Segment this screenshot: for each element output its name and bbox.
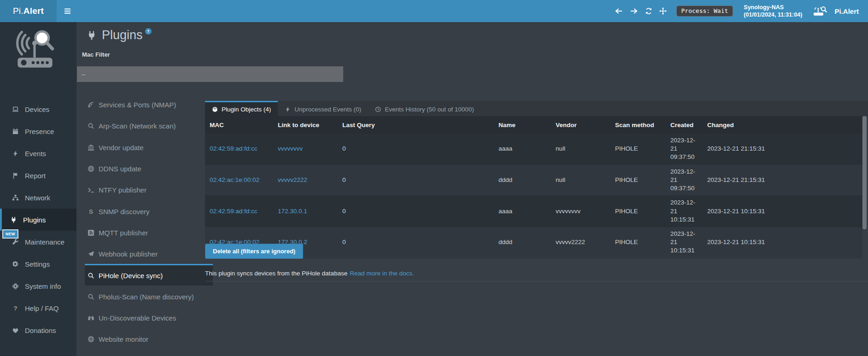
cell-link: 172.30.0.1 — [273, 196, 338, 227]
sidebar-item-label: Donations — [25, 327, 56, 334]
nav-back-icon[interactable] — [615, 7, 623, 15]
cell-vendor: null — [551, 164, 610, 196]
cell-mac: 02:42:59:ad:fd:cc — [205, 196, 273, 227]
sidebar-item-label: Events — [25, 150, 46, 158]
nav-refresh-icon[interactable] — [645, 7, 652, 15]
plug-icon — [87, 30, 97, 41]
help-badge[interactable]: ? — [145, 28, 152, 35]
cell-changed: 2023-12-21 21:15:31 — [703, 164, 862, 196]
cell-last-query: 0 — [338, 227, 494, 258]
globe-icon — [88, 336, 94, 343]
sidebar-item-devices[interactable]: Devices — [0, 98, 76, 120]
table-row: 02:42:59:ad:fd:cc 172.30.0.1 0 aaaa vvvv… — [205, 196, 862, 227]
sidebar-menu: Devices Presence Events Report Network P… — [0, 98, 76, 341]
search-icon — [88, 293, 94, 300]
col-header-link[interactable]: Link to device — [273, 116, 338, 134]
plugin-nav-item-website-monitor[interactable]: Website monitor — [85, 328, 213, 349]
plugin-nav-label: Pholus-Scan (Name discovery) — [99, 293, 194, 301]
sidebar-item-help-faq[interactable]: ?Help / FAQ — [0, 297, 76, 319]
navbar-right: Process: Wait Synology-NAS (01/01/2024, … — [615, 0, 868, 22]
device-link[interactable]: 172.30.0.1 — [278, 208, 307, 215]
plugin-nav-label: Arp-Scan (Network scan) — [99, 122, 176, 130]
brand-logo[interactable]: Pi.Alert — [0, 0, 57, 22]
plugin-nav-item-ddns-update[interactable]: DDNS update — [85, 158, 213, 179]
sidebar-item-system-info[interactable]: System info — [0, 275, 76, 297]
sidebar-item-donations[interactable]: Donations — [0, 319, 76, 341]
plugin-nav-item-webhook-publisher[interactable]: Webhook publisher — [85, 243, 213, 264]
tab-unprocessed-events[interactable]: Unprocessed Events (0) — [278, 101, 368, 116]
plugin-nav-item-snmp-discovery[interactable]: SSNMP discovery — [85, 200, 213, 221]
col-header-vendor[interactable]: Vendor — [551, 116, 610, 134]
table-scrollbar[interactable] — [862, 116, 867, 229]
col-header-last-query[interactable]: Last Query — [338, 116, 494, 134]
main-content: Plugins ? Mac Filter Services & Ports (N… — [76, 22, 868, 356]
host-time: (01/01/2024, 11:31:04) — [744, 11, 802, 18]
plugin-nav-item-undiscoverable-devices[interactable]: Un-Discoverable Devices — [85, 307, 213, 328]
plug-icon — [10, 216, 17, 223]
col-header-name[interactable]: Name — [494, 116, 551, 134]
terminal-icon — [88, 187, 94, 193]
tab-plugin-objects[interactable]: Plugin Objects (4) — [205, 101, 278, 116]
sidebar-item-presence[interactable]: Presence — [0, 120, 76, 142]
plugin-nav-item-arp-scan[interactable]: Arp-Scan (Network scan) — [85, 115, 213, 136]
sidebar-item-events[interactable]: Events — [0, 142, 76, 164]
col-header-scan-method[interactable]: Scan method — [610, 116, 666, 134]
calendar-icon — [12, 128, 19, 135]
search-icon — [88, 272, 94, 279]
plugin-nav-label: Un-Discoverable Devices — [99, 314, 176, 322]
svg-text:S: S — [89, 208, 93, 215]
docs-link[interactable]: Read more in the docs. — [350, 270, 414, 277]
gear-icon — [12, 261, 19, 268]
device-link[interactable]: vvvvv2222 — [278, 176, 307, 183]
cell-last-query: 0 — [338, 196, 494, 227]
plugin-nav-item-services-ports[interactable]: Services & Ports (NMAP) — [85, 93, 213, 115]
sidebar-item-settings[interactable]: Settings — [0, 253, 76, 275]
nav-forward-icon[interactable] — [630, 7, 638, 15]
cell-created: 2023-12-21 10:15:31 — [666, 227, 703, 258]
col-header-changed[interactable]: Changed — [703, 116, 862, 134]
cell-vendor: vvvvv2222 — [551, 227, 610, 258]
sidebar-item-network[interactable]: Network — [0, 187, 76, 209]
tab-label: Events History (50 out of 10000) — [385, 106, 474, 113]
mac-link[interactable]: 02:42:59:ad:fd:cc — [210, 208, 258, 215]
rss-square-icon — [88, 229, 94, 236]
cell-scan-method: PIHOLE — [610, 164, 666, 196]
sidebar-item-label: Plugins — [23, 216, 46, 224]
sidebar: Devices Presence Events Report Network P… — [0, 22, 76, 356]
hamburger-icon — [64, 8, 71, 14]
host-info: Synology-NAS (01/01/2024, 11:31:04) — [744, 4, 802, 19]
cell-mac: 02:42:ac:1e:00:02 — [205, 164, 273, 196]
mac-link[interactable]: 02:42:ac:1e:00:02 — [210, 176, 259, 183]
plugin-nav-item-ntfy-publisher[interactable]: NTFY publisher — [85, 179, 213, 200]
page-header: Plugins ? — [87, 28, 154, 42]
sidebar-item-report[interactable]: Report — [0, 164, 76, 187]
nav-move-icon[interactable] — [659, 7, 667, 15]
delete-all-button[interactable]: Delete all (filters are ignored) — [205, 244, 303, 259]
tab-events-history[interactable]: Events History (50 out of 10000) — [368, 101, 481, 116]
sidebar-toggle-button[interactable] — [57, 0, 78, 22]
plugin-nav-label: DDNS update — [99, 165, 141, 173]
page-title: Plugins — [102, 28, 143, 42]
plugin-nav-item-mqtt-publisher[interactable]: MQTT publisher — [85, 222, 213, 243]
microchip-icon — [12, 283, 19, 290]
mac-filter-input[interactable] — [77, 66, 343, 82]
tab-bar: Plugin Objects (4) Unprocessed Events (0… — [205, 101, 868, 116]
tab-label: Unprocessed Events (0) — [294, 106, 361, 113]
new-badge: NEW — [2, 229, 18, 239]
router-icon — [813, 6, 827, 17]
plugin-nav-label: MQTT publisher — [99, 229, 148, 237]
satellite-dish-icon — [88, 101, 94, 108]
plugin-nav-label: Services & Ports (NMAP) — [99, 101, 176, 109]
plugin-nav-item-pihole-device-sync[interactable]: PiHole (Device sync) — [85, 264, 213, 285]
plugin-nav-item-pholus-scan[interactable]: Pholus-Scan (Name discovery) — [85, 286, 213, 307]
question-icon: ? — [12, 305, 19, 312]
device-link[interactable]: vvvvvvvv — [278, 145, 303, 152]
sidebar-item-plugins[interactable]: Plugins — [0, 209, 76, 231]
col-header-mac[interactable]: MAC — [205, 116, 273, 134]
col-header-created[interactable]: Created — [666, 116, 703, 134]
sidebar-item-label: Help / FAQ — [25, 304, 59, 312]
mac-link[interactable]: 02:42:59:ad:fd:cc — [210, 145, 258, 152]
sidebar-item-label: Report — [25, 172, 46, 180]
plugin-nav-item-vendor-update[interactable]: Vendor update — [85, 136, 213, 158]
cell-last-query: 0 — [338, 164, 494, 196]
